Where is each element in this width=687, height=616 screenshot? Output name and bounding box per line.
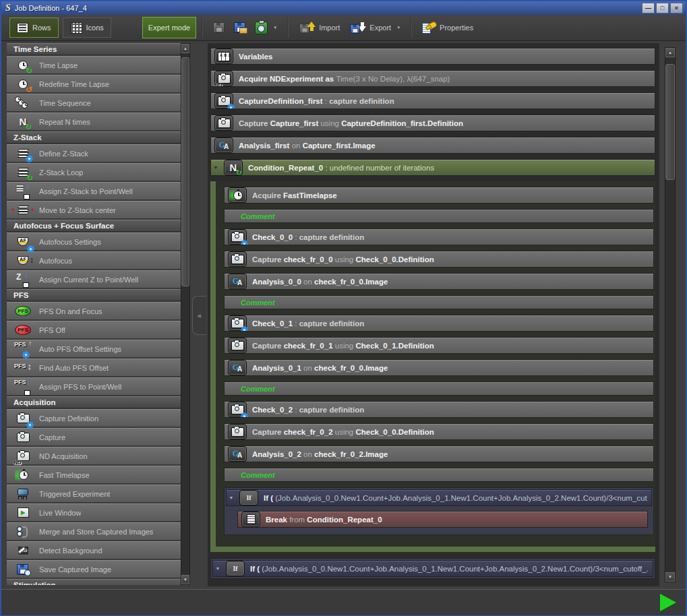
merge-store-icon	[14, 525, 32, 538]
expert-mode-button[interactable]: Expert mode	[142, 17, 196, 38]
sidebar-item-time-sequence[interactable]: Time Sequence	[7, 94, 181, 112]
scroll-up-icon[interactable]: ▲	[665, 48, 675, 57]
job-row-comment[interactable]: Comment	[224, 295, 654, 309]
sidebar-item-nd-acquisition[interactable]: NDND Acquisition	[7, 447, 181, 465]
job-row-cmd[interactable]: Capture check_fr_0_2 using Check_0_0.Def…	[224, 423, 654, 440]
scroll-down-icon[interactable]: ▼	[181, 575, 189, 584]
sidebar-item-repeat-n-times[interactable]: N↻Repeat N times	[7, 113, 181, 131]
sidebar-item-z-stack-loop[interactable]: ↻Z-Stack Loop	[7, 163, 181, 181]
rows-view-button[interactable]: Rows	[9, 18, 59, 38]
row-icon-chip: GA	[228, 446, 247, 462]
main-scrollbar-thumb[interactable]	[665, 64, 675, 180]
nd-acquisition-icon: ND	[14, 450, 32, 463]
row-text: Check_0_1 : capture definition	[252, 319, 364, 328]
job-row-cmd[interactable]: Check_0_1 : capture definition	[224, 315, 654, 332]
save-button[interactable]	[208, 18, 229, 38]
titlebar: S Job Definition - 647_4 — □ ×	[1, 1, 686, 15]
row-text-segment: If (	[264, 494, 275, 502]
sidebar-item-live-window[interactable]: ▶Live Window	[7, 503, 181, 522]
job-row-comment[interactable]: Comment	[224, 381, 654, 396]
job-rows-panel: ABXVariablesNDAcquire NDExperiment as Ti…	[208, 43, 659, 586]
export-icon	[349, 22, 365, 34]
icons-view-button[interactable]: Icons	[63, 18, 111, 38]
job-row-cmd[interactable]: Acquire FastTimelapse	[224, 187, 654, 204]
job-row-comment[interactable]: Comment	[224, 468, 654, 482]
sidebar-item-assign-current-z-to-point-well[interactable]: Z↓Assign Current Z to Point/Well	[7, 270, 181, 288]
row-text: Capture check_fr_0_1 using Check_0_1.Def…	[252, 342, 434, 350]
job-row-comment[interactable]: Comment	[224, 209, 654, 223]
scroll-up-icon[interactable]: ▲	[181, 44, 189, 53]
sidebar-item-find-auto-pfs-offset[interactable]: PFS↕Find Auto PFS Offset	[7, 359, 181, 377]
sidebar-item-capture[interactable]: Capture	[7, 428, 181, 446]
sidebar-item-pfs-on-and-focus[interactable]: PFSPFS On and Focus	[7, 302, 181, 320]
sidebar-item-triggered-experiment[interactable]: Triggered Experiment	[7, 485, 181, 503]
job-row-cmd[interactable]: Capture Capture_first using CaptureDefin…	[210, 115, 655, 131]
sidebar-item-define-z-stack[interactable]: Define Z-Stack	[7, 144, 181, 162]
main-scrollbar[interactable]: ▲ ▼	[665, 47, 676, 582]
minimize-button-icon[interactable]: —	[642, 3, 655, 13]
sidebar-item-pfs-off[interactable]: PFSPFS Off	[7, 321, 181, 339]
properties-button[interactable]: Properties	[417, 18, 478, 38]
sidebar-item-icon-box: ↺	[7, 75, 39, 92]
row-text-segment: (Job.Analysis_0_0.New1.Count+Job.Analysi…	[275, 494, 647, 502]
job-row-if[interactable]: ▼IfIf ( (Job.Analysis_0_0.New1.Count+Job…	[212, 560, 653, 577]
row-text: Analysis_0_1 on check_fr_0_0.Image	[252, 364, 388, 372]
sidebar-item-autofocus[interactable]: AF↕Autofocus	[7, 251, 181, 270]
capture-settings-button[interactable]: ▼	[250, 18, 282, 38]
collapse-arrow-icon[interactable]: ▼	[227, 495, 236, 500]
sidebar-item-autofocus-settings[interactable]: AFAutofocus Settings	[7, 233, 181, 251]
job-row-cmd[interactable]: GAAnalysis_first on Capture_first.Image	[210, 137, 655, 154]
job-row-cmd[interactable]: GAAnalysis_0_1 on check_fr_0_0.Image	[224, 359, 654, 376]
capture-definition-icon	[229, 230, 246, 244]
autofocus-settings-icon: AF	[14, 235, 32, 249]
sidebar-item-auto-pfs-offset-settings[interactable]: PFS↑Auto PFS Offset Settings	[7, 340, 181, 358]
row-icon-chip	[214, 93, 233, 109]
row-icon-chip: GA	[228, 360, 247, 375]
sidebar-item-merge-and-store-captured-images[interactable]: Merge and Store Captured Images	[7, 522, 181, 541]
sidebar-item-assign-z-stack-to-point-well[interactable]: ↓Assign Z-Stack to Point/Well	[7, 182, 181, 200]
job-row-cmd[interactable]: ABXVariables	[210, 48, 655, 65]
collapse-arrow-icon[interactable]: ▼	[211, 165, 220, 170]
sidebar-item-save-captured-image[interactable]: Save Captured Image	[7, 560, 181, 578]
job-row-cmd[interactable]: Capture check_fr_0_1 using Check_0_1.Def…	[224, 337, 654, 354]
job-row-cmd[interactable]: Capture check_fr_0_0 using Check_0_0.Def…	[224, 251, 654, 268]
job-row-cmd[interactable]: GAAnalysis_0_0 on check_fr_0_0.Image	[224, 273, 654, 290]
row-text: If ( (Job.Analysis_0_0.New1.Count+Job.An…	[250, 565, 649, 573]
chevron-down-icon[interactable]: ▼	[273, 26, 277, 30]
job-row-cmd[interactable]: GAAnalysis_0_2 on check_fr_0_2.Image	[224, 445, 654, 462]
scroll-down-icon[interactable]: ▼	[665, 572, 675, 582]
job-row-cmd[interactable]: Check_0_0 : capture definition	[224, 228, 654, 245]
run-job-play-button[interactable]	[660, 594, 676, 611]
row-text-segment: as	[323, 75, 336, 83]
row-text-segment: Capture	[252, 342, 284, 350]
job-row-cmd[interactable]: NDAcquire NDExperiment as Time(3 x No De…	[210, 70, 655, 87]
import-button[interactable]: Import	[294, 18, 345, 38]
time-sequence-icon	[14, 96, 32, 110]
maximize-button-icon[interactable]: □	[656, 3, 669, 13]
row-text-segment: using	[333, 255, 356, 264]
sidebar-collapse-handle[interactable]: «	[192, 296, 206, 335]
sidebar-item-time-lapse[interactable]: ↻Time Lapse	[7, 56, 181, 74]
sidebar-item-capture-definition[interactable]: Capture Definition	[7, 409, 181, 427]
job-row-if[interactable]: ▼IfIf ( (Job.Analysis_0_0.New1.Count+Job…	[226, 489, 652, 506]
sidebar-item-move-to-z-stack-center[interactable]: ►◄Move to Z-Stack center	[7, 201, 181, 219]
sidebar-item-assign-pfs-to-point-well[interactable]: PFS↓Assign PFS to Point/Well	[7, 377, 181, 396]
sidebar-item-fast-timelapse[interactable]: Fast Timelapse	[7, 466, 181, 484]
import-icon	[299, 22, 315, 34]
job-row-cmd[interactable]: CaptureDefinition_first : capture defini…	[210, 92, 655, 109]
export-button[interactable]: Export ▼	[345, 18, 405, 38]
sidebar-item-detect-background[interactable]: BGDetect Background	[7, 541, 181, 559]
chevron-down-icon[interactable]: ▼	[396, 26, 400, 30]
live-window-icon: ▶	[14, 506, 32, 520]
save-as-button[interactable]	[229, 18, 250, 38]
job-row-repeat[interactable]: ▼N↻Condition_Repeat_0 : undefined number…	[210, 159, 655, 176]
collapse-arrow-icon[interactable]: ▼	[213, 566, 222, 571]
job-row-break[interactable]: Break from Condition_Repeat_0	[237, 511, 648, 528]
sidebar-item-label: Merge and Store Captured Images	[39, 528, 153, 536]
sidebar-scrollbar-thumb[interactable]	[181, 57, 189, 286]
sidebar-item-redefine-time-lapse[interactable]: ↺Redefine Time Lapse	[7, 75, 181, 93]
close-button-icon[interactable]: ×	[670, 3, 683, 13]
sidebar-scrollbar[interactable]: ▲ ▼	[181, 43, 190, 585]
row-icon-chip	[228, 402, 247, 417]
job-row-cmd[interactable]: Check_0_2 : capture definition	[224, 401, 654, 418]
